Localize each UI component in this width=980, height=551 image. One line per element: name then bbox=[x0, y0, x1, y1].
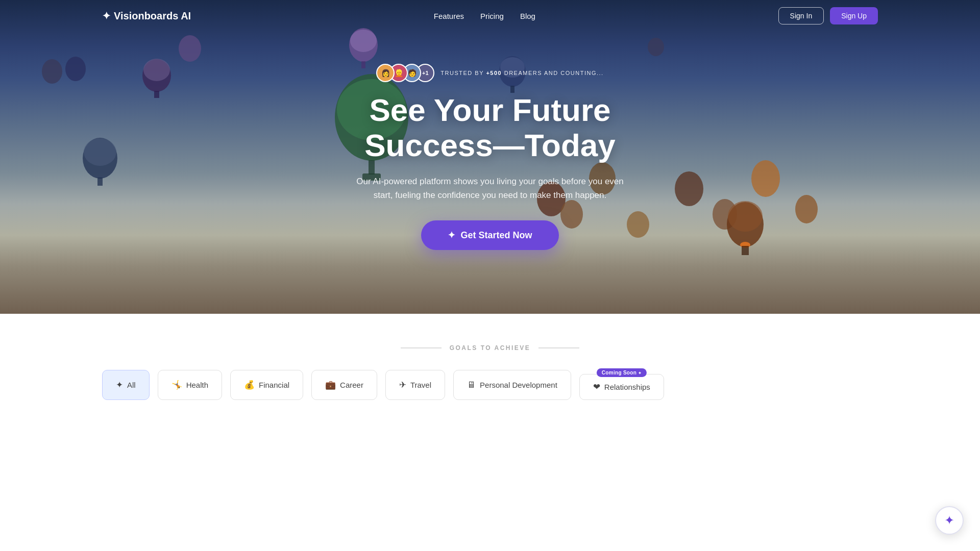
label-line-left bbox=[401, 347, 442, 348]
nav-links: Features Pricing Blog bbox=[434, 12, 535, 20]
logo-icon: ✦ bbox=[102, 10, 111, 22]
hero-subtitle: Our AI-powered platform shows you living… bbox=[347, 174, 633, 202]
coming-soon-badge-1: Coming Soon bbox=[597, 368, 647, 377]
logo[interactable]: ✦ Visionboards AI bbox=[102, 10, 191, 22]
travel-icon: ✈ bbox=[399, 380, 406, 390]
nav-features[interactable]: Features bbox=[434, 12, 464, 20]
health-icon: 🤸 bbox=[172, 380, 182, 390]
goals-section: GOALS TO ACHIEVE ✦ All 🤸 Health 💰 Financ… bbox=[0, 314, 980, 420]
logo-text: Visionboards AI bbox=[114, 10, 191, 22]
nav-blog[interactable]: Blog bbox=[520, 12, 535, 20]
avatar-stack: 👩 👱 🧑 +1 bbox=[376, 64, 434, 82]
trust-count: +500 bbox=[486, 70, 502, 76]
tab-travel-label: Travel bbox=[410, 381, 431, 389]
label-line-right bbox=[538, 347, 579, 348]
hero-title: See Your Future Success—Today bbox=[311, 92, 669, 163]
tab-personal-dev[interactable]: 🖥 Personal Development bbox=[453, 370, 571, 400]
section-label-text: GOALS TO ACHIEVE bbox=[450, 344, 531, 352]
relationships-icon: ❤ bbox=[593, 382, 600, 392]
tab-personal-dev-label: Personal Development bbox=[480, 381, 557, 389]
floating-ai-icon: ✦ bbox=[944, 513, 954, 528]
career-icon: 💼 bbox=[325, 380, 336, 390]
tab-career[interactable]: 💼 Career bbox=[311, 370, 377, 400]
trust-text: TRUSTED BY +500 DREAMERS AND COUNTING... bbox=[440, 70, 603, 76]
tab-relationships[interactable]: Coming Soon ❤ Relationships bbox=[579, 374, 664, 400]
personal-dev-icon: 🖥 bbox=[467, 380, 476, 390]
tab-relationships-label: Relationships bbox=[604, 383, 650, 391]
financial-icon: 💰 bbox=[244, 380, 255, 390]
tab-career-label: Career bbox=[340, 381, 363, 389]
tab-financial-label: Financial bbox=[259, 381, 289, 389]
cta-button[interactable]: ✦ Get Started Now bbox=[421, 220, 558, 250]
nav-pricing[interactable]: Pricing bbox=[480, 12, 504, 20]
navbar: ✦ Visionboards AI Features Pricing Blog … bbox=[0, 0, 980, 32]
tab-health-label: Health bbox=[186, 381, 208, 389]
hero-content: 👩 👱 🧑 +1 TRUSTED BY +500 DREAMERS AND CO… bbox=[311, 64, 669, 250]
tab-financial[interactable]: 💰 Financial bbox=[230, 370, 303, 400]
floating-ai-button[interactable]: ✦ bbox=[935, 506, 964, 535]
signup-button[interactable]: Sign Up bbox=[830, 7, 878, 24]
tab-travel[interactable]: ✈ Travel bbox=[385, 370, 445, 400]
cta-label: Get Started Now bbox=[460, 230, 532, 241]
trust-badge: 👩 👱 🧑 +1 TRUSTED BY +500 DREAMERS AND CO… bbox=[311, 64, 669, 82]
nav-actions: Sign In Sign Up bbox=[778, 7, 878, 24]
avatar-1: 👩 bbox=[376, 64, 395, 82]
cta-icon: ✦ bbox=[448, 230, 455, 241]
tab-all-label: All bbox=[127, 381, 136, 389]
tab-all[interactable]: ✦ All bbox=[102, 370, 150, 400]
hero-section: 👩 👱 🧑 +1 TRUSTED BY +500 DREAMERS AND CO… bbox=[0, 0, 980, 314]
signin-button[interactable]: Sign In bbox=[778, 7, 824, 24]
section-label: GOALS TO ACHIEVE bbox=[102, 344, 878, 352]
all-icon: ✦ bbox=[116, 380, 123, 390]
goal-tabs: ✦ All 🤸 Health 💰 Financial 💼 Career ✈ Tr… bbox=[102, 370, 878, 400]
tab-health[interactable]: 🤸 Health bbox=[158, 370, 222, 400]
